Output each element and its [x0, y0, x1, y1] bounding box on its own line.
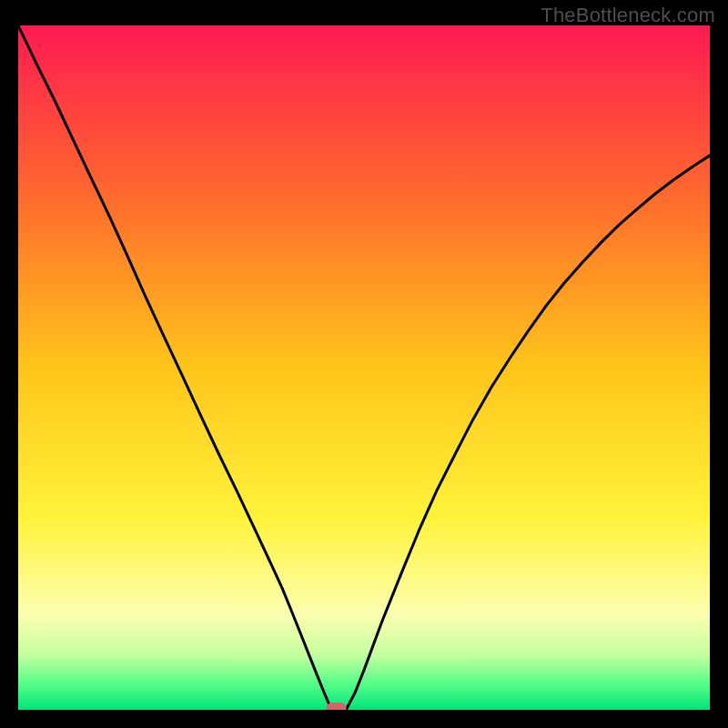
watermark-text: TheBottleneck.com — [541, 4, 715, 27]
bottleneck-chart — [18, 25, 710, 710]
chart-frame — [18, 25, 710, 710]
optimal-point-marker — [327, 703, 347, 710]
chart-background — [18, 25, 710, 710]
